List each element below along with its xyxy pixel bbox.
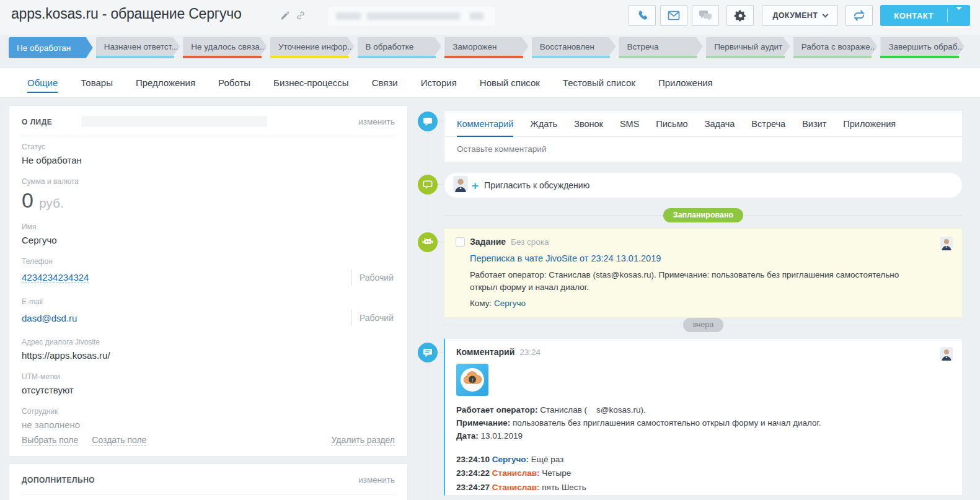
- robot-icon: [418, 232, 438, 252]
- field-utm: UTM-метки отсутствуют: [22, 366, 395, 401]
- contact-split-button[interactable]: КОНТАКТ: [880, 5, 970, 26]
- comment-bubble-icon: [418, 112, 438, 131]
- chat-message: 23:24:27 Станислав: пять Шесть: [456, 481, 951, 495]
- task-type-label: Задание: [470, 237, 506, 247]
- comment-time: 23:24: [519, 348, 541, 357]
- task-body: Работает оператор: Станислав (stas@kosas…: [470, 269, 916, 293]
- comment-lines-icon: [418, 343, 438, 362]
- field-email: E-mail dasd@dsd.ru Рабочий: [22, 291, 395, 331]
- lead-info-card: О ЛИДЕ изменить Статус Не обработан Сумм…: [9, 105, 408, 457]
- document-dropdown-button[interactable]: ДОКУМЕНТ: [762, 5, 838, 26]
- task-title-link[interactable]: Переписка в чате JivoSite от 23:24 13.01…: [470, 253, 951, 263]
- create-field-link[interactable]: Создать поле: [92, 435, 146, 446]
- gear-icon[interactable]: [726, 5, 754, 26]
- tab-roboty[interactable]: Роботы: [218, 69, 250, 97]
- comment-input[interactable]: Оставьте комментарий: [444, 137, 962, 162]
- comment-body: Работает оператор: Станислав ( s@kosas.r…: [456, 404, 951, 443]
- additional-card-title: ДОПОЛНИТЕЛЬНО: [22, 476, 95, 485]
- discussion-bubble-icon: [418, 175, 438, 195]
- select-field-link[interactable]: Выбрать поле: [22, 435, 78, 446]
- field-sum: Сумма и валюта 0руб.: [22, 171, 395, 216]
- activity-tab-visit[interactable]: Визит: [802, 119, 826, 129]
- activity-tab-letter[interactable]: Письмо: [656, 119, 687, 129]
- email-button[interactable]: [660, 5, 687, 26]
- activity-tab-call[interactable]: Звонок: [574, 119, 603, 129]
- date-badge: вчера: [683, 318, 723, 332]
- email-link[interactable]: dasd@dsd.ru: [22, 313, 77, 323]
- avatar: [453, 176, 468, 195]
- tab-biznes-protsessy[interactable]: Бизнес-процессы: [273, 69, 349, 97]
- delete-section-link[interactable]: Удалить раздел: [331, 435, 395, 446]
- pipeline-stage[interactable]: Работа с возраже...: [793, 37, 878, 58]
- lead-detail-page: apps.kosas.ru - обращение Сергучо: [0, 0, 980, 500]
- pipeline-stage[interactable]: В обработке: [358, 37, 442, 58]
- activity-tabs: Комментарий Ждать Звонок SMS Письмо Зада…: [444, 111, 962, 137]
- pipeline-stage[interactable]: Назначен ответст...: [96, 37, 180, 58]
- phone-link[interactable]: 4234234234324: [22, 272, 89, 283]
- chat-message: 23:24:22 Станислав: Четыре: [456, 467, 951, 481]
- date-divider: вчера: [444, 318, 963, 331]
- activity-tab-task[interactable]: Задача: [705, 119, 735, 129]
- copy-link-icon[interactable]: [296, 11, 306, 23]
- activity-form-card: Комментарий Ждать Звонок SMS Письмо Зада…: [444, 110, 963, 162]
- tab-predlozheniya[interactable]: Предложения: [136, 69, 195, 97]
- activity-tab-comment[interactable]: Комментарий: [457, 119, 513, 129]
- tab-istoriya[interactable]: История: [421, 69, 457, 97]
- invite-label: Пригласить к обсуждению: [484, 180, 589, 190]
- activity-tab-meeting[interactable]: Встреча: [751, 119, 785, 129]
- status-pipeline: Не обработан Назначен ответст... Не удал…: [9, 37, 965, 58]
- pipeline-stage[interactable]: Заморожен: [444, 37, 529, 58]
- comment-type-label: Комментарий: [456, 347, 514, 357]
- tab-tovary[interactable]: Товары: [81, 69, 113, 97]
- main-tabs: Общие Товары Предложения Роботы Бизнес-п…: [0, 68, 980, 98]
- tab-obshchie[interactable]: Общие: [27, 69, 58, 97]
- task-checkbox[interactable]: [456, 237, 465, 247]
- caret-down-icon: [956, 7, 962, 20]
- sync-expand-button[interactable]: [845, 5, 873, 26]
- invite-to-discussion[interactable]: + Пригласить к обсуждению: [444, 172, 963, 198]
- field-phone: Телефон 4234234234324 Рабочий: [22, 251, 395, 291]
- pipeline-stage[interactable]: Не обработан: [9, 37, 93, 58]
- task-deadline: Без срока: [511, 237, 549, 247]
- field-employee: Сотрудник не заполнено: [22, 401, 395, 436]
- activity-tab-apps[interactable]: Приложения: [843, 119, 896, 129]
- planned-badge: Запланировано: [663, 208, 743, 222]
- task-recipient-link[interactable]: Сергучо: [494, 299, 526, 308]
- pipeline-stage[interactable]: Встреча: [619, 37, 703, 58]
- additional-edit-link[interactable]: изменить: [358, 475, 395, 485]
- jivosite-logo-thumbnail[interactable]: j: [456, 364, 488, 396]
- chat-button[interactable]: [692, 5, 719, 26]
- edit-title-icon[interactable]: [280, 11, 289, 23]
- activity-tab-wait[interactable]: Ждать: [530, 119, 557, 129]
- field-name: Имя Сергучо: [22, 216, 395, 251]
- contact-caret-button[interactable]: [948, 10, 970, 21]
- pipeline-stage[interactable]: Завершить обраб...: [880, 37, 965, 58]
- header-actions: ДОКУМЕНТ КОНТАКТ: [624, 5, 970, 26]
- chat-message: 23:24:10 Сергучо: Ещё раз: [456, 453, 951, 467]
- field-jivosite-url: Адрес диалога Jivosite https://apps.kosa…: [22, 331, 395, 366]
- add-user-plus-icon: +: [472, 180, 479, 191]
- tab-testovyy-spisok[interactable]: Тестовый список: [563, 69, 635, 97]
- email-type-tag: Рабочий: [351, 310, 395, 326]
- call-button[interactable]: [629, 5, 656, 26]
- pipeline-stage[interactable]: Восстановлен: [532, 37, 616, 58]
- tab-svyazi[interactable]: Связи: [372, 69, 398, 97]
- task-card: Задание Без срока Переписка в чате JivoS…: [444, 228, 963, 318]
- contact-button-label[interactable]: КОНТАКТ: [880, 11, 947, 20]
- lead-edit-link[interactable]: изменить: [358, 117, 395, 126]
- tab-novyy-spisok[interactable]: Новый список: [480, 69, 540, 97]
- redacted-area: [329, 7, 495, 26]
- redacted-area: [81, 116, 267, 127]
- planned-divider: Запланировано: [444, 208, 963, 222]
- tab-prilozheniya[interactable]: Приложения: [658, 69, 713, 97]
- pipeline-stage[interactable]: Не удалось связа...: [183, 37, 267, 58]
- chat-log: 23:24:10 Сергучо: Ещё раз 23:24:22 Стани…: [456, 453, 951, 495]
- avatar: [940, 237, 953, 250]
- pipeline-stage[interactable]: Уточнение инфор...: [270, 37, 355, 58]
- field-status: Статус Не обработан: [22, 136, 395, 171]
- pipeline-stage[interactable]: Первичный аудит: [706, 37, 790, 58]
- page-header: apps.kosas.ru - обращение Сергучо: [0, 0, 980, 35]
- chevron-down-icon: [823, 11, 829, 17]
- task-recipient: Кому: Сергучо: [470, 299, 951, 308]
- activity-tab-sms[interactable]: SMS: [620, 119, 639, 129]
